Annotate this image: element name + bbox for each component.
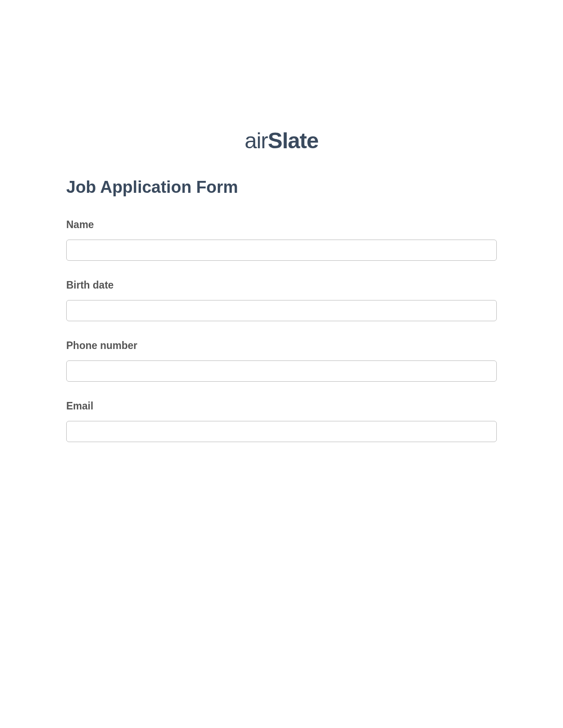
- phone-number-label: Phone number: [66, 340, 497, 352]
- email-label: Email: [66, 400, 497, 412]
- name-label: Name: [66, 219, 497, 231]
- logo-suffix: Slate: [268, 128, 319, 153]
- name-input[interactable]: [66, 240, 497, 261]
- form-field-name: Name: [66, 219, 497, 261]
- form-title: Job Application Form: [66, 178, 497, 197]
- birth-date-label: Birth date: [66, 279, 497, 291]
- form-field-birth-date: Birth date: [66, 279, 497, 321]
- airslate-logo: airSlate: [245, 128, 318, 154]
- logo-container: airSlate: [0, 128, 563, 154]
- phone-number-input[interactable]: [66, 360, 497, 382]
- email-input[interactable]: [66, 421, 497, 442]
- form-field-email: Email: [66, 400, 497, 442]
- birth-date-input[interactable]: [66, 300, 497, 321]
- page-container: airSlate Job Application Form Name Birth…: [0, 0, 563, 442]
- logo-prefix: air: [245, 128, 268, 153]
- form-container: Job Application Form Name Birth date Pho…: [0, 178, 563, 442]
- form-field-phone-number: Phone number: [66, 340, 497, 382]
